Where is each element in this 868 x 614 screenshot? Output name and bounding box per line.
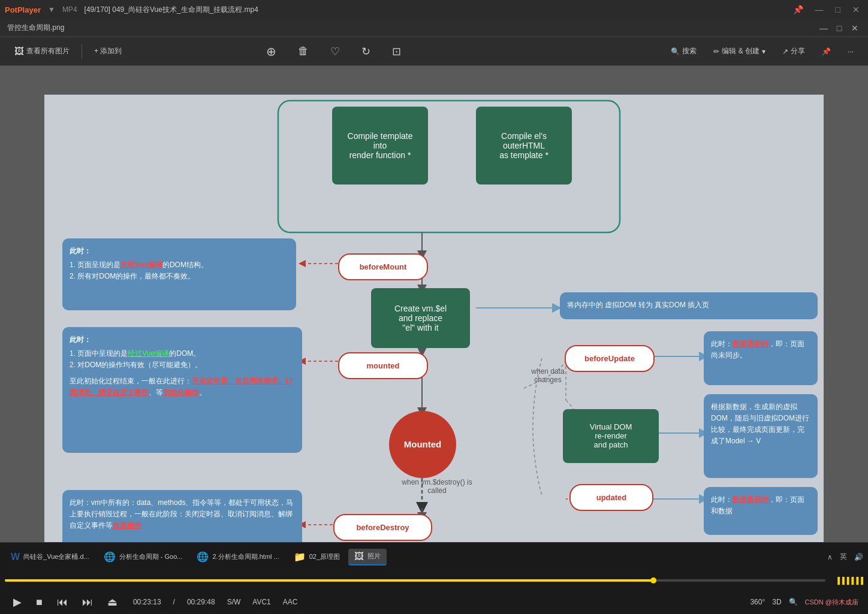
blue-box1-title: 此时： <box>70 246 289 257</box>
taskbar-container: W 尚硅谷_Vue全家桶.d... 🌐 分析生命周期 - Goo... 🌐 2.… <box>0 542 868 571</box>
maximize-button[interactable]: □ <box>832 4 844 16</box>
taskbar-photos[interactable]: 🖼 照片 <box>348 549 387 565</box>
virtual-dom-box: Virtual DOMre-renderand patch <box>563 409 659 463</box>
control-bar: ▶ ■ ⏮ ⏭ ⏏ 00:23:13 / 00:29:48 S/W AVC1 A… <box>0 590 868 614</box>
mounted-box: mounted <box>338 352 428 379</box>
virtual-replace-text: 将内存中的 虚拟DOM 转为 真实DOM 插入页 <box>567 300 709 311</box>
codec2: AAC <box>283 598 298 606</box>
before-mount-info-box: 此时： 1. 页面呈现的是未经Vue编译的DOM结构。 2. 所有对DOM的操作… <box>62 238 296 310</box>
viewer-content: Compile templateintorender function * Co… <box>0 66 868 614</box>
system-tray-arrows[interactable]: ∧ <box>827 553 833 561</box>
stop-button[interactable]: ■ <box>32 595 46 610</box>
virtual-dom-info-box: 根据新数据，生成新的虚拟DOM，随后与旧虚拟DOM进行比较，最终完成页面更新，完… <box>704 394 818 478</box>
photos-icon: 🖼 <box>354 551 364 562</box>
progress-bar-container: ▐▐▐▐▐▐ <box>0 571 868 590</box>
title-bar-format: ▼ <box>48 5 55 14</box>
eject-button[interactable]: ⏏ <box>104 594 121 610</box>
word-icon: W <box>11 552 20 562</box>
image-icon: 🖼 <box>14 46 24 57</box>
volume-icon[interactable]: 🔊 <box>854 553 863 561</box>
toolbar-separator <box>82 44 82 59</box>
codec1: AVC1 <box>252 598 270 606</box>
updated-info-box: 此时：数据是新的，即：页面和数据 <box>704 487 818 535</box>
vr360-label: 360° <box>750 598 765 606</box>
media-filename: [49/170] 049_尚硅谷Vue技术_生命周期_挂载流程.mp4 <box>85 5 782 15</box>
pin-toolbar-button[interactable]: 📌 <box>817 45 836 58</box>
before-update-text: 此时：数据是新的，即：页面尚未同步。 <box>711 338 810 361</box>
csdn-watermark: CSDN @待木成庙 <box>805 598 858 607</box>
chevron-down-icon: ▾ <box>762 47 765 56</box>
virtual-replace-info-box: 将内存中的 虚拟DOM 转为 真实DOM 插入页 <box>560 292 818 319</box>
3d-label: 3D <box>772 598 781 606</box>
playback-format: S/W <box>227 598 241 606</box>
title-bar: PotPlayer ▼ MP4 [49/170] 049_尚硅谷Vue技术_生命… <box>0 0 868 19</box>
viewer-title-bar: 管控生命周期.png — □ ✕ <box>0 19 868 37</box>
viewer-window-controls: — □ ✕ <box>818 23 861 33</box>
create-vm-box: Create vm.$eland replace"el" with it <box>371 288 470 348</box>
before-update-box: beforeUpdate <box>565 345 655 372</box>
control-bar-right: 360° 3D 🔍 CSDN @待木成庙 <box>750 598 858 607</box>
search-button[interactable]: 🔍 搜索 <box>666 44 701 59</box>
search-ctrl-icon[interactable]: 🔍 <box>789 598 798 606</box>
mounted-info-box: 此时： 1. 页面中呈现的是经过Vue编译的DOM。 2. 对DOM的操作均有效… <box>62 327 302 453</box>
progress-track[interactable] <box>5 579 825 582</box>
crop-button[interactable]: ⊡ <box>387 43 406 61</box>
viewer-window: 管控生命周期.png — □ ✕ 🖼 查看所有图片 + 添加到 ⊕ 🗑 ♡ ↻ … <box>0 19 868 614</box>
taskbar: W 尚硅谷_Vue全家桶.d... 🌐 分析生命周期 - Goo... 🌐 2.… <box>0 542 868 571</box>
next-button[interactable]: ⏭ <box>79 595 97 610</box>
media-format: MP4 <box>62 5 77 14</box>
lifecycle-diagram: Compile templateintorender function * Co… <box>44 95 824 586</box>
rotate-button[interactable]: ↻ <box>357 43 375 61</box>
chrome-icon2: 🌐 <box>197 551 209 562</box>
taskbar-chrome1[interactable]: 🌐 分析生命周期 - Goo... <box>98 549 189 565</box>
taskbar-chrome2[interactable]: 🌐 2.分析生命周期.html ... <box>191 549 285 565</box>
taskbar-folder[interactable]: 📁 02_原理图 <box>288 549 346 565</box>
blue-box2-title: 此时： <box>70 334 295 346</box>
viewer-maximize[interactable]: □ <box>833 23 845 33</box>
blue-box1-item2: 2. 所有对DOM的操作，最终都不奏效。 <box>70 271 289 282</box>
zoom-in-button[interactable]: ⊕ <box>261 42 281 61</box>
pin-button[interactable]: 📌 <box>789 4 807 16</box>
share-icon: ↗ <box>782 47 788 56</box>
toolbar-right: 🔍 搜索 ✏ 编辑 & 创建 ▾ ↗ 分享 📌 ··· <box>666 44 858 59</box>
when-destroy-label: when vm.$destroy() is called <box>398 478 476 495</box>
prev-button[interactable]: ⏮ <box>53 595 71 610</box>
share-button[interactable]: ↗ 分享 <box>777 44 810 59</box>
add-to-button[interactable]: + 添加到 <box>89 44 126 59</box>
viewer-close[interactable]: ✕ <box>849 23 861 33</box>
blue-box2-item2: 2. 对DOM的操作均有效（尽可能避免）。 <box>70 359 295 371</box>
app-logo[interactable]: PotPlayer <box>5 5 41 14</box>
mounted-circle: Mounted <box>389 411 456 478</box>
current-time: 00:23:13 <box>133 598 161 606</box>
close-button[interactable]: ✕ <box>849 4 863 16</box>
delete-button[interactable]: 🗑 <box>293 43 314 60</box>
before-mount-box: beforeMount <box>338 253 428 280</box>
folder-icon: 📁 <box>294 551 306 562</box>
progress-fill <box>5 579 653 582</box>
playback-progress: ▐▐▐▐▐▐ <box>0 571 868 590</box>
blue-box2-item3: 至此初始化过程结束，一般在此进行：开启定时器、发送网络请求、订阅消息、绑定自定义… <box>70 376 295 398</box>
viewer-minimize[interactable]: — <box>818 23 830 33</box>
time-separator: / <box>173 598 175 606</box>
total-time: 00:29:48 <box>187 598 215 606</box>
toolbar-left: 🖼 查看所有图片 + 添加到 <box>10 44 126 59</box>
control-bar-container: ▶ ■ ⏮ ⏭ ⏏ 00:23:13 / 00:29:48 S/W AVC1 A… <box>0 590 868 614</box>
compile-template-box: Compile templateintorender function * <box>332 107 428 184</box>
taskbar-word[interactable]: W 尚硅谷_Vue全家桶.d... <box>5 549 95 565</box>
more-button[interactable]: ··· <box>843 45 858 58</box>
updated-text: 此时：数据是新的，即：页面和数据 <box>711 494 810 517</box>
before-destroy-box: beforeDestroy <box>333 514 432 541</box>
volume-level: ▐▐▐▐▐▐ <box>835 577 863 584</box>
view-all-button[interactable]: 🖼 查看所有图片 <box>10 44 74 59</box>
play-button[interactable]: ▶ <box>10 594 25 610</box>
window-controls: 📌 — □ ✕ <box>789 4 863 16</box>
viewer-toolbar: 🖼 查看所有图片 + 添加到 ⊕ 🗑 ♡ ↻ ⊡ 🔍 搜索 ✏ 编辑 & 创建 … <box>0 37 868 66</box>
blue-box3-content: 此时：vm中所有的：data、methods、指令等等，都处于可用状态，马上要执… <box>70 497 295 532</box>
keyboard-layout: 英 <box>840 552 847 562</box>
compile-el-box: Compile el'souterHTMLas template * <box>476 107 572 184</box>
minimize-button[interactable]: — <box>812 4 827 16</box>
viewer-filename: 管控生命周期.png <box>7 23 64 33</box>
edit-create-button[interactable]: ✏ 编辑 & 创建 ▾ <box>709 44 770 59</box>
virtual-dom-text: 根据新数据，生成新的虚拟DOM，随后与旧虚拟DOM进行比较，最终完成页面更新，完… <box>711 401 810 447</box>
favorite-button[interactable]: ♡ <box>326 43 345 61</box>
